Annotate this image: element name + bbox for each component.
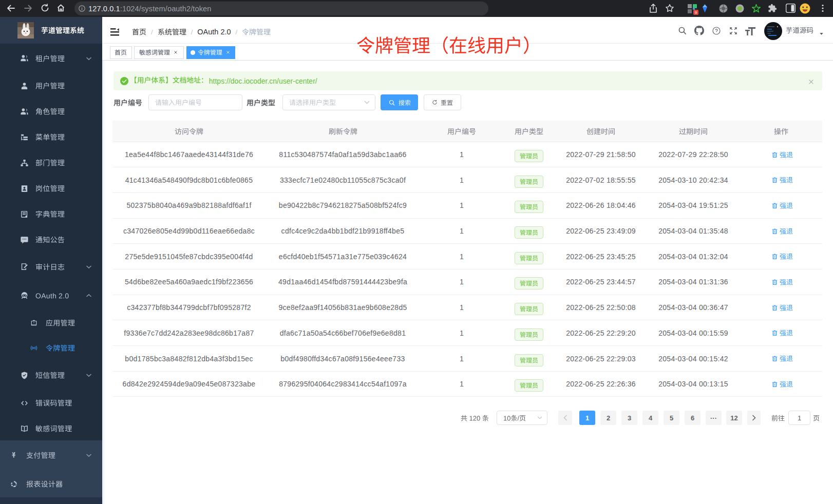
svg-text:9: 9 (695, 10, 697, 15)
